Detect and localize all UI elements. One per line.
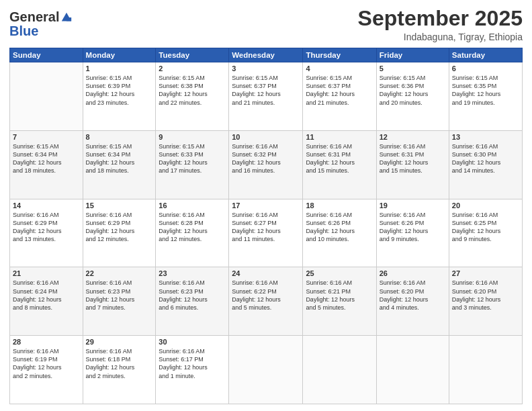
day-number: 7 bbox=[13, 133, 80, 141]
day-number: 8 bbox=[86, 133, 153, 141]
calendar-cell: 8Sunrise: 6:15 AM Sunset: 6:34 PM Daylig… bbox=[83, 130, 156, 199]
calendar-header-row: SundayMondayTuesdayWednesdayThursdayFrid… bbox=[10, 48, 523, 62]
day-number: 13 bbox=[452, 133, 519, 141]
day-number: 9 bbox=[159, 133, 226, 141]
cell-info: Sunrise: 6:15 AM Sunset: 6:37 PM Dayligh… bbox=[306, 74, 373, 107]
day-number: 19 bbox=[380, 201, 446, 210]
day-number: 6 bbox=[452, 64, 519, 73]
calendar-cell: 11Sunrise: 6:16 AM Sunset: 6:31 PM Dayli… bbox=[303, 130, 376, 199]
calendar-page: General Blue September 2025 Indabaguna, … bbox=[0, 0, 532, 411]
day-number: 2 bbox=[159, 64, 226, 73]
calendar-cell: 15Sunrise: 6:16 AM Sunset: 6:29 PM Dayli… bbox=[83, 199, 156, 267]
calendar-cell: 19Sunrise: 6:16 AM Sunset: 6:26 PM Dayli… bbox=[376, 199, 449, 267]
logo-icon bbox=[60, 11, 73, 24]
cell-info: Sunrise: 6:16 AM Sunset: 6:22 PM Dayligh… bbox=[232, 279, 300, 312]
cell-info: Sunrise: 6:16 AM Sunset: 6:30 PM Dayligh… bbox=[452, 142, 519, 175]
weekday-header: Saturday bbox=[449, 48, 522, 62]
calendar-week-row: 21Sunrise: 6:16 AM Sunset: 6:24 PM Dayli… bbox=[10, 267, 523, 336]
weekday-header: Thursday bbox=[303, 48, 376, 62]
calendar-cell: 16Sunrise: 6:16 AM Sunset: 6:28 PM Dayli… bbox=[156, 199, 229, 267]
day-number: 18 bbox=[306, 201, 373, 210]
calendar-cell: 25Sunrise: 6:16 AM Sunset: 6:21 PM Dayli… bbox=[303, 267, 376, 336]
calendar-week-row: 14Sunrise: 6:16 AM Sunset: 6:29 PM Dayli… bbox=[10, 199, 523, 267]
cell-info: Sunrise: 6:16 AM Sunset: 6:20 PM Dayligh… bbox=[452, 279, 519, 312]
day-number: 5 bbox=[380, 64, 446, 73]
calendar-cell: 26Sunrise: 6:16 AM Sunset: 6:20 PM Dayli… bbox=[376, 267, 449, 336]
day-number: 16 bbox=[159, 201, 226, 210]
cell-info: Sunrise: 6:15 AM Sunset: 6:36 PM Dayligh… bbox=[380, 74, 446, 107]
weekday-header: Tuesday bbox=[156, 48, 229, 62]
day-number: 25 bbox=[306, 269, 373, 277]
calendar-cell: 1Sunrise: 6:15 AM Sunset: 6:39 PM Daylig… bbox=[83, 62, 156, 131]
calendar-cell: 4Sunrise: 6:15 AM Sunset: 6:37 PM Daylig… bbox=[303, 62, 376, 131]
cell-info: Sunrise: 6:16 AM Sunset: 6:21 PM Dayligh… bbox=[306, 279, 373, 312]
cell-info: Sunrise: 6:16 AM Sunset: 6:19 PM Dayligh… bbox=[13, 347, 80, 380]
day-number: 20 bbox=[452, 201, 519, 210]
cell-info: Sunrise: 6:15 AM Sunset: 6:37 PM Dayligh… bbox=[232, 74, 300, 107]
logo: General Blue bbox=[9, 9, 73, 39]
calendar-cell: 24Sunrise: 6:16 AM Sunset: 6:22 PM Dayli… bbox=[229, 267, 303, 336]
calendar-cell: 29Sunrise: 6:16 AM Sunset: 6:18 PM Dayli… bbox=[83, 336, 156, 404]
cell-info: Sunrise: 6:16 AM Sunset: 6:31 PM Dayligh… bbox=[380, 142, 446, 175]
location: Indabaguna, Tigray, Ethiopia bbox=[358, 32, 523, 42]
cell-info: Sunrise: 6:16 AM Sunset: 6:18 PM Dayligh… bbox=[86, 347, 153, 380]
day-number: 4 bbox=[306, 64, 373, 73]
calendar-cell: 30Sunrise: 6:16 AM Sunset: 6:17 PM Dayli… bbox=[156, 336, 229, 404]
cell-info: Sunrise: 6:15 AM Sunset: 6:33 PM Dayligh… bbox=[159, 142, 226, 175]
calendar-cell: 12Sunrise: 6:16 AM Sunset: 6:31 PM Dayli… bbox=[376, 130, 449, 199]
cell-info: Sunrise: 6:15 AM Sunset: 6:38 PM Dayligh… bbox=[159, 74, 226, 107]
calendar-cell bbox=[376, 336, 449, 404]
day-number: 27 bbox=[452, 269, 519, 277]
calendar-cell: 18Sunrise: 6:16 AM Sunset: 6:26 PM Dayli… bbox=[303, 199, 376, 267]
cell-info: Sunrise: 6:15 AM Sunset: 6:34 PM Dayligh… bbox=[86, 142, 153, 175]
cell-info: Sunrise: 6:16 AM Sunset: 6:20 PM Dayligh… bbox=[380, 279, 446, 312]
day-number: 22 bbox=[86, 269, 153, 277]
cell-info: Sunrise: 6:16 AM Sunset: 6:17 PM Dayligh… bbox=[159, 347, 226, 380]
calendar-cell: 27Sunrise: 6:16 AM Sunset: 6:20 PM Dayli… bbox=[449, 267, 522, 336]
calendar-cell: 23Sunrise: 6:16 AM Sunset: 6:23 PM Dayli… bbox=[156, 267, 229, 336]
cell-info: Sunrise: 6:16 AM Sunset: 6:23 PM Dayligh… bbox=[86, 279, 153, 312]
cell-info: Sunrise: 6:16 AM Sunset: 6:23 PM Dayligh… bbox=[159, 279, 226, 312]
calendar-cell: 20Sunrise: 6:16 AM Sunset: 6:25 PM Dayli… bbox=[449, 199, 522, 267]
calendar-cell: 21Sunrise: 6:16 AM Sunset: 6:24 PM Dayli… bbox=[10, 267, 83, 336]
day-number: 10 bbox=[232, 133, 300, 141]
calendar-cell bbox=[303, 336, 376, 404]
cell-info: Sunrise: 6:16 AM Sunset: 6:31 PM Dayligh… bbox=[306, 142, 373, 175]
cell-info: Sunrise: 6:16 AM Sunset: 6:27 PM Dayligh… bbox=[232, 211, 300, 244]
cell-info: Sunrise: 6:16 AM Sunset: 6:29 PM Dayligh… bbox=[13, 211, 80, 244]
cell-info: Sunrise: 6:15 AM Sunset: 6:39 PM Dayligh… bbox=[86, 74, 153, 107]
day-number: 26 bbox=[380, 269, 446, 277]
cell-info: Sunrise: 6:16 AM Sunset: 6:26 PM Dayligh… bbox=[380, 211, 446, 244]
header: General Blue September 2025 Indabaguna, … bbox=[9, 7, 523, 42]
calendar-cell: 10Sunrise: 6:16 AM Sunset: 6:32 PM Dayli… bbox=[229, 130, 303, 199]
svg-marker-1 bbox=[66, 17, 71, 21]
calendar-cell: 9Sunrise: 6:15 AM Sunset: 6:33 PM Daylig… bbox=[156, 130, 229, 199]
day-number: 3 bbox=[232, 64, 300, 73]
cell-info: Sunrise: 6:15 AM Sunset: 6:34 PM Dayligh… bbox=[13, 142, 80, 175]
calendar-cell: 2Sunrise: 6:15 AM Sunset: 6:38 PM Daylig… bbox=[156, 62, 229, 131]
day-number: 17 bbox=[232, 201, 300, 210]
logo-general-text: General bbox=[9, 9, 59, 25]
day-number: 15 bbox=[86, 201, 153, 210]
day-number: 14 bbox=[13, 201, 80, 210]
day-number: 29 bbox=[86, 338, 153, 346]
day-number: 30 bbox=[159, 338, 226, 346]
cell-info: Sunrise: 6:16 AM Sunset: 6:25 PM Dayligh… bbox=[452, 211, 519, 244]
day-number: 28 bbox=[13, 338, 80, 346]
calendar-week-row: 7Sunrise: 6:15 AM Sunset: 6:34 PM Daylig… bbox=[10, 130, 523, 199]
month-title: September 2025 bbox=[358, 7, 523, 30]
day-number: 24 bbox=[232, 269, 300, 277]
day-number: 23 bbox=[159, 269, 226, 277]
calendar-cell: 17Sunrise: 6:16 AM Sunset: 6:27 PM Dayli… bbox=[229, 199, 303, 267]
day-number: 11 bbox=[306, 133, 373, 141]
day-number: 21 bbox=[13, 269, 80, 277]
calendar-cell: 6Sunrise: 6:15 AM Sunset: 6:35 PM Daylig… bbox=[449, 62, 522, 131]
weekday-header: Friday bbox=[376, 48, 449, 62]
cell-info: Sunrise: 6:16 AM Sunset: 6:24 PM Dayligh… bbox=[13, 279, 80, 312]
calendar-cell bbox=[229, 336, 303, 404]
cell-info: Sunrise: 6:16 AM Sunset: 6:29 PM Dayligh… bbox=[86, 211, 153, 244]
calendar-cell bbox=[449, 336, 522, 404]
title-area: September 2025 Indabaguna, Tigray, Ethio… bbox=[358, 7, 523, 42]
weekday-header: Monday bbox=[83, 48, 156, 62]
cell-info: Sunrise: 6:16 AM Sunset: 6:32 PM Dayligh… bbox=[232, 142, 300, 175]
